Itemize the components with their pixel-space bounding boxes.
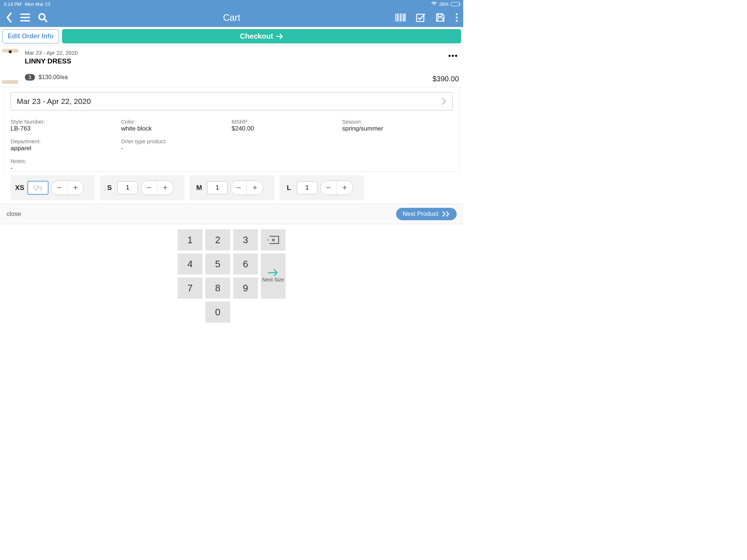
size-cell-l: L−+ (279, 175, 364, 200)
size-label: M (194, 184, 204, 192)
product-name: LINNY DRESS (25, 57, 459, 65)
date-selector[interactable]: Mar 23 - Apr 22, 2020 (11, 92, 453, 110)
battery-percent: 26% (439, 1, 449, 7)
status-date: Mon Mar 23 (25, 1, 50, 7)
size-qty-input[interactable] (207, 181, 228, 194)
product-image (2, 49, 18, 84)
field-msrp: MSRP: $240.00 (232, 118, 342, 132)
more-vertical-icon[interactable] (455, 13, 458, 22)
bottom-action-bar: close Next Product (0, 204, 463, 224)
menu-icon[interactable] (20, 13, 30, 22)
increment-button[interactable]: + (247, 181, 263, 195)
qty-stepper: −+ (51, 180, 84, 195)
decrement-button[interactable]: − (141, 181, 157, 195)
product-detail: Mar 23 - Apr 22, 2020 Style Number: LB-7… (4, 87, 460, 172)
arrow-right-icon (276, 34, 283, 39)
backspace-icon: ✕ (267, 236, 279, 244)
page-title: Cart (223, 12, 240, 23)
size-cell-s: S−+ (100, 175, 185, 200)
action-bar: Edit Order Info Checkout (0, 27, 463, 46)
key-3[interactable]: 3 (233, 229, 258, 250)
top-nav: Cart (0, 8, 463, 27)
size-cell-xs: XS−+ (10, 175, 95, 200)
product-header: Mar 23 - Apr 22, 2020 LINNY DRESS 3 $130… (0, 46, 463, 87)
product-total: $390.00 (433, 75, 459, 83)
arrow-right-icon (268, 269, 279, 276)
key-5[interactable]: 5 (205, 253, 230, 275)
increment-button[interactable]: + (337, 181, 353, 195)
qty-stepper: −+ (141, 180, 174, 195)
key-next-size[interactable]: Next Size (261, 253, 286, 299)
decrement-button[interactable]: − (51, 181, 67, 195)
svg-rect-1 (417, 14, 424, 22)
svg-point-4 (456, 13, 458, 15)
next-product-button[interactable]: Next Product (396, 208, 457, 220)
increment-button[interactable]: + (67, 181, 84, 195)
key-7[interactable]: 7 (178, 277, 202, 299)
decrement-button[interactable]: − (321, 181, 337, 195)
qty-stepper: −+ (231, 180, 263, 195)
wifi-icon (431, 2, 437, 6)
field-season: Season: spring/summer (342, 118, 453, 132)
increment-button[interactable]: + (157, 181, 173, 195)
chevron-double-right-icon (442, 211, 450, 217)
size-cell-m: M−+ (190, 175, 274, 200)
size-label: L (284, 184, 294, 192)
size-label: XS (15, 184, 25, 192)
date-selector-text: Mar 23 - Apr 22, 2020 (17, 97, 91, 106)
status-bar: 3:14 PM Mon Mar 23 26% (0, 0, 463, 8)
size-row: XS−+S−+M−+L−+ (4, 175, 460, 204)
battery-icon (451, 2, 460, 6)
size-label: S (104, 184, 115, 192)
field-order-type: Orter type product: - (121, 138, 232, 152)
checkout-label: Checkout (240, 32, 273, 40)
svg-rect-2 (438, 14, 442, 16)
more-horizontal-icon[interactable]: ••• (448, 52, 458, 60)
next-product-label: Next Product (403, 210, 438, 218)
key-8[interactable]: 8 (205, 277, 230, 299)
svg-point-5 (456, 17, 458, 19)
next-size-label: Next Size (262, 277, 284, 283)
save-icon[interactable] (436, 13, 445, 22)
field-style-number: Style Number: LB-763 (11, 118, 121, 132)
key-4[interactable]: 4 (178, 253, 202, 275)
qty-stepper: −+ (320, 180, 353, 195)
key-0[interactable]: 0 (205, 302, 230, 323)
barcode-icon[interactable] (395, 13, 406, 22)
field-notes: Notes: - (11, 158, 453, 172)
product-date-range: Mar 23 - Apr 22, 2020 (25, 50, 459, 56)
checkout-button[interactable]: Checkout (62, 29, 461, 43)
numeric-keypad: 1 2 3 ✕ 4 5 6 Next Size 7 8 9 0 (178, 229, 286, 323)
back-icon[interactable] (5, 12, 12, 23)
close-button[interactable]: close (7, 210, 21, 218)
field-color: Color: white block (121, 118, 232, 132)
qty-badge: 3 (25, 74, 35, 81)
key-backspace[interactable]: ✕ (261, 229, 286, 250)
key-2[interactable]: 2 (205, 229, 230, 250)
key-6[interactable]: 6 (233, 253, 258, 275)
key-1[interactable]: 1 (178, 229, 202, 250)
key-9[interactable]: 9 (233, 277, 258, 299)
status-time: 3:14 PM (4, 1, 21, 7)
unit-price: $130.00/ea (39, 74, 68, 81)
size-qty-input[interactable] (297, 181, 317, 194)
field-department: Department: apparel (11, 138, 121, 152)
size-qty-input[interactable] (28, 181, 48, 194)
chevron-right-icon (441, 98, 446, 105)
edit-order-button[interactable]: Edit Order Info (2, 29, 59, 43)
search-icon[interactable] (38, 13, 47, 22)
checkbox-icon[interactable] (416, 13, 425, 22)
svg-rect-3 (438, 18, 443, 21)
decrement-button[interactable]: − (231, 181, 247, 195)
size-qty-input[interactable] (117, 181, 138, 194)
svg-point-6 (456, 20, 458, 22)
